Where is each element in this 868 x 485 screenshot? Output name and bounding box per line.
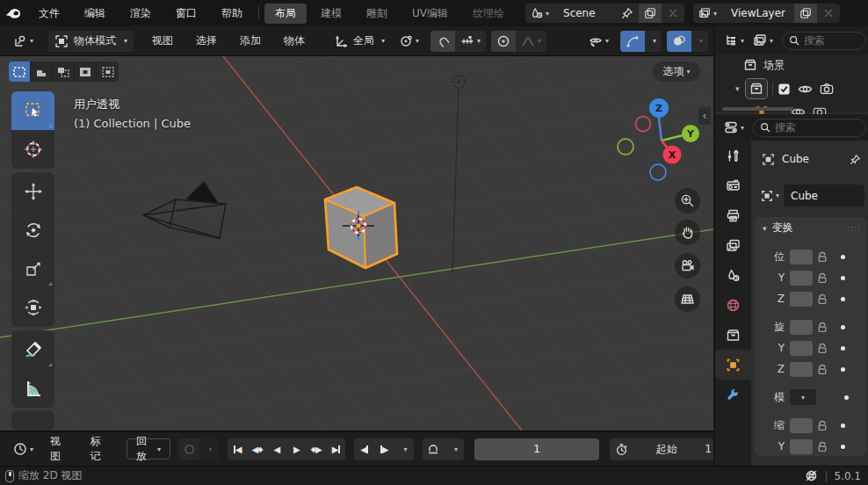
object-name-input[interactable]: Cube bbox=[784, 185, 864, 206]
gizmo-axis-x[interactable]: X bbox=[663, 146, 682, 164]
pan-button[interactable] bbox=[675, 220, 700, 245]
workspace-tab-modeling[interactable]: 建模 bbox=[310, 4, 352, 24]
timeline-menu-marker[interactable]: 标记 bbox=[80, 434, 120, 464]
show-overlays-button[interactable] bbox=[667, 31, 691, 52]
outliner-display-mode-button[interactable]: ▾ bbox=[749, 30, 777, 51]
lock-icon[interactable] bbox=[814, 343, 830, 354]
navigation-gizmo[interactable]: Z Y X bbox=[613, 95, 710, 192]
animate-dot[interactable] bbox=[841, 297, 845, 301]
pivot-point-selector[interactable]: ▾ bbox=[393, 31, 425, 52]
scale-x-field[interactable] bbox=[790, 418, 813, 433]
menu-view[interactable]: 视图 bbox=[141, 33, 184, 48]
lock-icon[interactable] bbox=[814, 293, 830, 305]
location-x-field[interactable] bbox=[790, 250, 813, 264]
tab-tool[interactable] bbox=[715, 141, 751, 170]
rotation-z-field[interactable] bbox=[790, 362, 813, 377]
tool-select-box[interactable] bbox=[11, 91, 54, 130]
menu-window[interactable]: 窗口 bbox=[163, 0, 209, 26]
overlays-options-selector[interactable]: ▾ bbox=[691, 31, 708, 52]
select-mode-invert[interactable] bbox=[75, 62, 97, 82]
tab-viewlayer[interactable] bbox=[715, 230, 751, 260]
outliner-search-input[interactable] bbox=[804, 34, 859, 47]
menu-help[interactable]: 帮助 bbox=[209, 0, 255, 26]
viewport-options-button[interactable]: 选项 ▾ bbox=[653, 62, 700, 82]
loop-options[interactable]: ▾ bbox=[445, 438, 464, 460]
object-browse-button[interactable]: ▾ bbox=[756, 185, 784, 206]
viewport-3d[interactable]: 用户透视 (1) Collection | Cube 选项 ▾ ‹ bbox=[0, 56, 713, 431]
viewlayer-delete-button[interactable] bbox=[817, 4, 840, 23]
menu-edit[interactable]: 编辑 bbox=[72, 0, 118, 26]
keying-set-selector[interactable]: ▾ bbox=[199, 438, 218, 460]
rotation-y-field[interactable] bbox=[790, 341, 813, 356]
outliner-collection-row[interactable]: ▾ bbox=[715, 76, 868, 102]
proportional-falloff-selector[interactable]: ▾ bbox=[516, 31, 546, 52]
outliner-scene-row[interactable]: 场景 bbox=[715, 54, 868, 76]
select-mode-extend[interactable] bbox=[31, 62, 53, 82]
loop-toggle-button[interactable] bbox=[423, 438, 445, 460]
scene-new-button[interactable] bbox=[639, 4, 662, 23]
scene-delete-button[interactable] bbox=[662, 4, 684, 23]
proportional-edit-button[interactable] bbox=[491, 31, 516, 52]
next-frame-button[interactable]: ▶ bbox=[374, 438, 394, 460]
lock-icon[interactable] bbox=[814, 364, 830, 375]
properties-editor-type-button[interactable]: ▾ bbox=[720, 117, 748, 138]
gizmo-axis-neg-x[interactable] bbox=[636, 117, 651, 132]
snap-toggle-button[interactable] bbox=[430, 31, 455, 52]
animate-dot[interactable] bbox=[841, 255, 845, 259]
gizmo-axis-y[interactable]: Y bbox=[682, 125, 699, 142]
rotation-x-field[interactable] bbox=[790, 320, 813, 335]
workspace-tab-texture-paint[interactable]: 纹理绘 bbox=[462, 4, 515, 24]
hide-eye-icon[interactable] bbox=[798, 83, 813, 96]
disable-render-camera-icon[interactable] bbox=[820, 83, 834, 95]
prev-frame-button[interactable]: ◀ bbox=[354, 438, 373, 460]
rotation-mode-dropdown[interactable]: ▾ bbox=[790, 389, 816, 405]
location-y-field[interactable] bbox=[790, 271, 813, 286]
play-button[interactable]: ▶ bbox=[286, 438, 306, 460]
viewlayer-new-button[interactable] bbox=[794, 4, 817, 23]
next-keyframe-button[interactable]: ◆▶ bbox=[307, 438, 326, 460]
timeline-editor-type-button[interactable]: ▾ bbox=[7, 438, 40, 460]
tab-render[interactable] bbox=[715, 170, 751, 200]
breadcrumb-object-name[interactable]: Cube bbox=[782, 153, 809, 165]
animate-dot[interactable] bbox=[841, 423, 845, 428]
gizmo-axis-neg-y[interactable] bbox=[618, 139, 633, 155]
playback-popover-button[interactable]: 回放 ▾ bbox=[127, 438, 170, 460]
visibility-selector[interactable]: ▾ bbox=[582, 31, 615, 52]
scene-browse-button[interactable]: ▾ bbox=[525, 4, 554, 23]
collection-icon[interactable] bbox=[745, 78, 768, 99]
viewlayer-name[interactable]: ViewLayer bbox=[722, 7, 794, 19]
panel-collapse-icon[interactable]: ▾ bbox=[763, 224, 767, 233]
properties-search[interactable] bbox=[753, 119, 866, 137]
tool-move[interactable] bbox=[11, 172, 54, 211]
viewlayer-browse-button[interactable]: ▾ bbox=[693, 4, 722, 23]
autokey-toggle-button[interactable] bbox=[179, 438, 199, 460]
lock-icon[interactable] bbox=[814, 272, 830, 284]
mode-selector[interactable]: 物体模式 ▾ bbox=[48, 31, 134, 52]
select-mode-set[interactable] bbox=[9, 62, 31, 82]
current-frame-field[interactable]: 1 bbox=[474, 438, 599, 460]
tab-scene[interactable] bbox=[715, 260, 751, 290]
panel-drag-handle[interactable]: :::: bbox=[847, 224, 861, 233]
menu-render[interactable]: 渲染 bbox=[118, 0, 163, 26]
animate-dot[interactable] bbox=[841, 346, 845, 351]
properties-search-input[interactable] bbox=[775, 121, 859, 134]
select-mode-intersect[interactable] bbox=[97, 62, 119, 82]
editor-type-button[interactable]: ▾ bbox=[7, 31, 40, 52]
outliner-scrollbar[interactable] bbox=[722, 107, 794, 111]
blender-logo-icon[interactable] bbox=[0, 7, 26, 19]
pin-icon[interactable] bbox=[850, 154, 861, 165]
select-mode-subtract[interactable] bbox=[53, 62, 75, 82]
timeline-menu-view[interactable]: 视图 bbox=[40, 434, 80, 464]
tool-cursor[interactable] bbox=[11, 130, 54, 169]
outliner-editor-type-button[interactable]: ▾ bbox=[720, 30, 748, 51]
animate-dot[interactable] bbox=[841, 325, 845, 329]
animate-dot[interactable] bbox=[841, 276, 845, 280]
jump-to-start-button[interactable]: ◀ bbox=[228, 438, 247, 460]
tool-measure[interactable] bbox=[11, 369, 54, 408]
show-gizmo-button[interactable] bbox=[620, 31, 645, 52]
tool-annotate[interactable] bbox=[11, 330, 54, 369]
lock-icon[interactable] bbox=[814, 441, 830, 452]
tab-world[interactable] bbox=[715, 290, 751, 320]
zoom-button[interactable] bbox=[675, 188, 700, 214]
animate-dot[interactable] bbox=[841, 445, 845, 449]
